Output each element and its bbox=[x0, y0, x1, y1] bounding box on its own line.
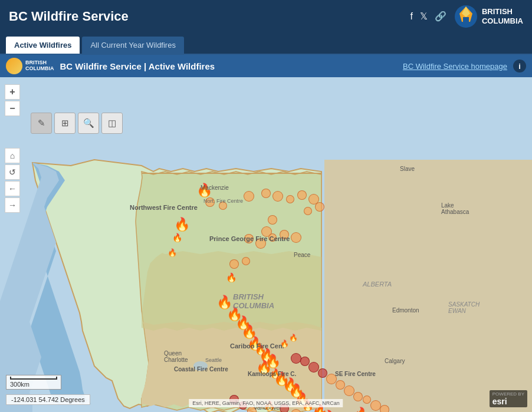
svg-rect-5 bbox=[324, 160, 532, 412]
search-tool-button[interactable]: 🔍 bbox=[78, 113, 99, 134]
bc-logo: BRITISH COLUMBIA bbox=[454, 4, 523, 29]
cluster-dot bbox=[205, 197, 215, 207]
tab-active-wildfires[interactable]: Active Wildfires bbox=[6, 37, 80, 54]
map-bar-title: BC Wildfire Service | Active Wildfires bbox=[60, 61, 397, 71]
zoom-out-button[interactable]: − bbox=[5, 101, 20, 116]
twitter-icon[interactable]: 𝕏 bbox=[420, 11, 428, 22]
app-title: BC Wildfire Service bbox=[9, 9, 129, 24]
bc-logo-text: BRITISH COLUMBIA bbox=[482, 7, 523, 25]
zoom-in-button[interactable]: + bbox=[5, 84, 20, 100]
cluster-dot bbox=[268, 233, 277, 242]
cluster-dot-red bbox=[318, 368, 327, 378]
map-container[interactable]: + − ✎ ⊞ 🔍 ◫ ⌂ ↺ ← → Northwest Fire Centr… bbox=[0, 77, 532, 412]
coordinates-display: -124.031 54.742 Degrees bbox=[6, 394, 90, 405]
cluster-dot-red bbox=[300, 357, 310, 366]
zoom-controls: + − bbox=[5, 84, 20, 116]
cluster-dot bbox=[291, 232, 301, 243]
refresh-button[interactable]: ↺ bbox=[5, 164, 20, 180]
scale-bar: 300km bbox=[6, 375, 61, 390]
svg-point-12 bbox=[193, 361, 208, 371]
map-homepage-link[interactable]: BC Wildfire Service homepage bbox=[403, 62, 507, 71]
tab-current-year-wildfires[interactable]: All Current Year Wildfires bbox=[82, 37, 184, 54]
cluster-dot bbox=[247, 407, 257, 412]
map-bar-logo: BRITISH COLUMBIA bbox=[6, 58, 54, 74]
cluster-dot bbox=[363, 395, 371, 404]
cluster-dot bbox=[336, 380, 345, 390]
cluster-dot bbox=[229, 259, 239, 269]
draw-tool-button[interactable]: ✎ bbox=[31, 113, 52, 134]
cluster-dot bbox=[268, 215, 277, 225]
cluster-dot bbox=[297, 190, 307, 200]
cluster-dot bbox=[244, 191, 254, 202]
cluster-dot bbox=[353, 392, 363, 401]
cluster-dot bbox=[219, 202, 227, 210]
cluster-dot bbox=[326, 374, 337, 384]
info-button[interactable]: i bbox=[513, 60, 526, 72]
layer-tool-button[interactable]: ⊞ bbox=[54, 113, 75, 134]
tool-controls: ✎ ⊞ 🔍 ◫ bbox=[31, 113, 123, 134]
home-button[interactable]: ⌂ bbox=[5, 148, 20, 163]
esri-logo: POWERED BY esri bbox=[490, 390, 527, 407]
scale-label: 300km bbox=[10, 381, 29, 388]
cluster-dot bbox=[272, 191, 283, 202]
cluster-dot-red bbox=[308, 362, 319, 373]
map-bar-logo-icon bbox=[6, 58, 22, 74]
attribution-text: Esri, HERE, Garmin, FAO, NOAA, USGS, EPA… bbox=[189, 399, 343, 407]
tabs-bar: Active Wildfires All Current Year Wildfi… bbox=[0, 32, 532, 55]
cluster-dot bbox=[380, 405, 389, 412]
cluster-dot bbox=[304, 207, 312, 215]
map-bar-logo-text: BRITISH COLUMBIA bbox=[25, 60, 54, 72]
header-right: f 𝕏 🔗 BRITISH COLUMBIA bbox=[411, 4, 524, 29]
cluster-dot bbox=[242, 257, 250, 265]
facebook-icon[interactable]: f bbox=[411, 11, 413, 22]
nav-controls: ⌂ ↺ ← → bbox=[5, 148, 20, 213]
link-icon[interactable]: 🔗 bbox=[435, 11, 446, 22]
svg-rect-3 bbox=[463, 17, 469, 22]
pan-right-button[interactable]: → bbox=[5, 197, 20, 213]
bc-logo-icon bbox=[454, 4, 478, 29]
layers-button[interactable]: ◫ bbox=[101, 113, 123, 134]
cluster-dot bbox=[315, 202, 324, 212]
cluster-dot bbox=[344, 385, 354, 396]
cluster-dot bbox=[255, 238, 266, 249]
cluster-dot bbox=[244, 234, 254, 243]
map-bar: BRITISH COLUMBIA BC Wildfire Service | A… bbox=[0, 55, 532, 77]
cluster-dot bbox=[280, 230, 289, 239]
pan-left-button[interactable]: ← bbox=[5, 181, 20, 196]
cluster-dot bbox=[261, 189, 271, 198]
cluster-dot bbox=[286, 195, 294, 203]
header: BC Wildfire Service f 𝕏 🔗 BRITISH COLUMB… bbox=[0, 0, 532, 32]
